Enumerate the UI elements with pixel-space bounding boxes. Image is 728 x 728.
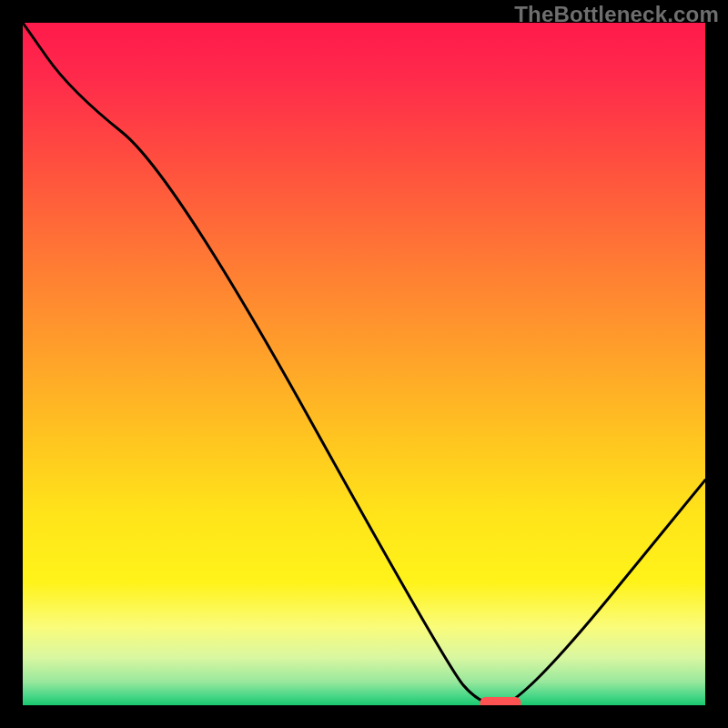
chart-svg: [23, 23, 705, 705]
optimal-marker: [480, 697, 521, 705]
chart-frame: TheBottleneck.com: [0, 0, 728, 728]
gradient-background: [23, 23, 705, 705]
plot-area: [23, 23, 705, 705]
